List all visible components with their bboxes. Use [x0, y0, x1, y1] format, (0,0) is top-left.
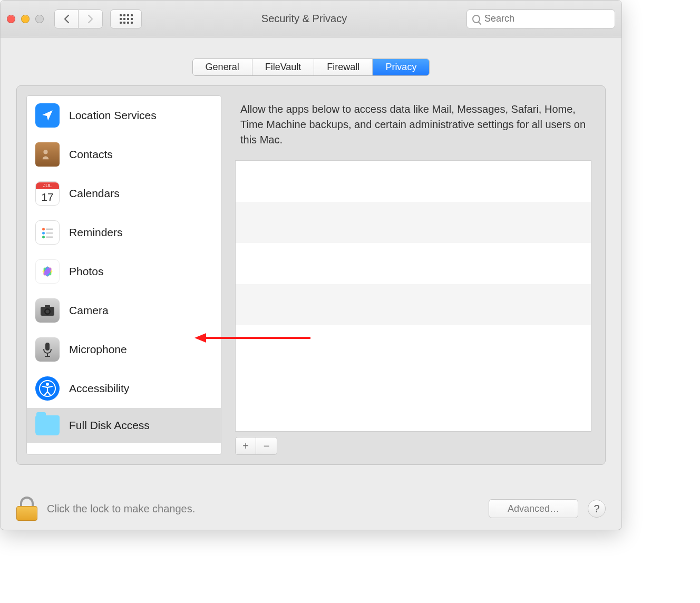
svg-rect-19: [45, 356, 50, 357]
sidebar-item-contacts[interactable]: Contacts: [27, 135, 221, 174]
sidebar-item-label: Calendars: [69, 187, 120, 200]
sidebar-item-label: Contacts: [69, 148, 113, 161]
folder-icon: [35, 415, 60, 435]
sidebar-item-photos[interactable]: Photos: [27, 252, 221, 291]
svg-rect-2: [46, 229, 53, 230]
window-title: Security & Privacy: [149, 13, 459, 25]
svg-point-3: [42, 232, 45, 235]
contacts-icon: [35, 142, 60, 167]
sidebar-item-label: Full Disk Access: [69, 419, 150, 432]
add-app-button[interactable]: +: [235, 437, 256, 455]
svg-point-1: [42, 228, 45, 230]
toolbar: Security & Privacy: [1, 1, 621, 37]
search-field[interactable]: [466, 9, 615, 28]
svg-rect-14: [45, 305, 50, 308]
microphone-icon: [35, 337, 60, 362]
svg-rect-4: [46, 232, 53, 234]
advanced-button[interactable]: Advanced…: [489, 499, 578, 518]
tabs-row: General FileVault Firewall Privacy: [1, 37, 621, 85]
preferences-window: Security & Privacy General FileVault Fir…: [0, 0, 622, 530]
sidebar-item-label: Reminders: [69, 226, 123, 239]
sidebar-item-reminders[interactable]: Reminders: [27, 213, 221, 252]
svg-point-16: [46, 310, 50, 314]
app-list[interactable]: [235, 160, 591, 432]
app-list-row: [236, 161, 591, 202]
show-all-button[interactable]: [110, 9, 142, 28]
app-list-row: [236, 202, 591, 243]
accessibility-icon: [35, 376, 60, 401]
main-panel: Location Services Contacts JUL 17 Calend…: [16, 85, 606, 465]
svg-rect-17: [45, 343, 50, 351]
lock-icon[interactable]: [16, 497, 37, 521]
grid-icon: [120, 14, 133, 24]
sidebar-item-camera[interactable]: Camera: [27, 291, 221, 330]
remove-app-button[interactable]: −: [256, 437, 277, 455]
svg-point-0: [43, 150, 47, 154]
svg-point-21: [46, 383, 49, 386]
privacy-sidebar: Location Services Contacts JUL 17 Calend…: [26, 95, 221, 455]
search-input[interactable]: [484, 13, 609, 24]
minimize-window-button[interactable]: [21, 15, 30, 23]
add-remove-segment: + −: [235, 437, 591, 455]
svg-rect-18: [47, 353, 48, 356]
detail-pane: Allow the apps below to access data like…: [231, 95, 596, 455]
help-button[interactable]: ?: [588, 500, 606, 518]
svg-point-5: [42, 236, 45, 238]
detail-description: Allow the apps below to access data like…: [231, 95, 596, 160]
location-icon: [35, 103, 60, 128]
sidebar-item-label: Location Services: [69, 109, 157, 122]
app-list-row: [236, 284, 591, 325]
search-icon: [472, 15, 480, 23]
close-window-button[interactable]: [7, 15, 15, 23]
reminders-icon: [35, 220, 60, 245]
svg-rect-6: [46, 237, 53, 238]
tab-filevault[interactable]: FileVault: [252, 59, 315, 75]
back-button[interactable]: [54, 9, 79, 28]
camera-icon: [35, 298, 60, 323]
footer: Click the lock to make changes. Advanced…: [1, 488, 621, 530]
nav-segment: [54, 9, 103, 28]
tab-firewall[interactable]: Firewall: [314, 59, 373, 75]
sidebar-item-label: Accessibility: [69, 382, 129, 395]
zoom-window-button: [35, 15, 44, 23]
calendar-icon: JUL 17: [35, 181, 60, 206]
tab-general[interactable]: General: [193, 59, 252, 75]
sidebar-item-label: Photos: [69, 265, 103, 278]
sidebar-item-microphone[interactable]: Microphone: [27, 330, 221, 369]
sidebar-item-calendars[interactable]: JUL 17 Calendars: [27, 174, 221, 213]
photos-icon: [35, 259, 60, 284]
sidebar-item-label: Camera: [69, 304, 109, 317]
tabs: General FileVault Firewall Privacy: [192, 59, 430, 76]
app-list-row: [236, 243, 591, 284]
sidebar-item-accessibility[interactable]: Accessibility: [27, 369, 221, 408]
sidebar-item-label: Microphone: [69, 343, 127, 356]
forward-button[interactable]: [79, 9, 103, 28]
lock-hint-text: Click the lock to make changes.: [47, 503, 479, 515]
tab-privacy[interactable]: Privacy: [373, 59, 429, 75]
window-controls: [7, 15, 44, 23]
sidebar-item-location[interactable]: Location Services: [27, 96, 221, 135]
sidebar-item-full-disk-access[interactable]: Full Disk Access: [27, 408, 221, 443]
